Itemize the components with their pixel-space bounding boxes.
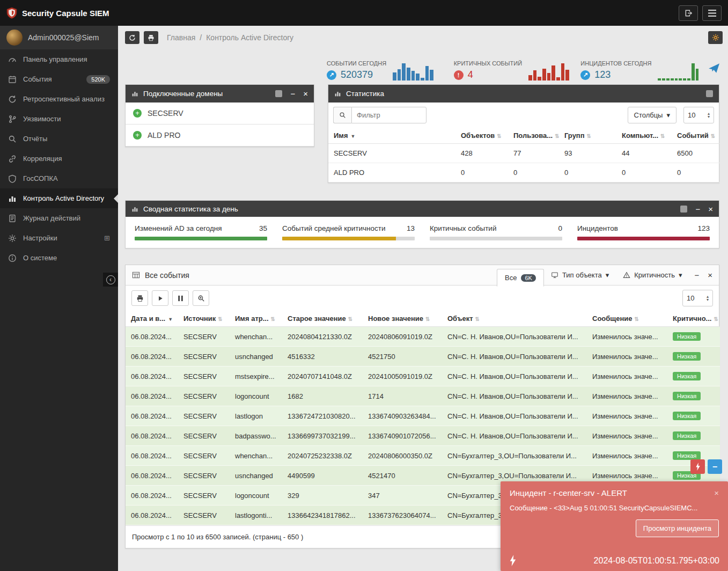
event-object[interactable]: CN=С. Н. Иванов,OU=Пользователи И... [442, 327, 587, 347]
event-attr[interactable]: usnchanged [230, 347, 282, 367]
stats-row[interactable]: ALD PRO 0 0 0 0 0 [328, 163, 720, 182]
event-row[interactable]: 06.08.2024... SECSERV usnchanged 4516332… [126, 347, 720, 367]
panel-expand-button[interactable] [706, 90, 713, 97]
zoom-search-button[interactable] [193, 290, 209, 306]
event-row[interactable]: 06.08.2024... SECSERV mstsexpire... 2024… [126, 367, 720, 386]
sidebar-item-settings[interactable]: Настройки ⊞ [0, 228, 118, 248]
user-profile[interactable]: Admin000025@Siem [0, 26, 118, 49]
event-object[interactable]: CN=Бухгалтер_3,OU=Пользователи И... [442, 446, 587, 466]
stats-page-size-select[interactable]: 10 ▴▾ [683, 107, 714, 123]
tab-all-events[interactable]: Все 6K [497, 269, 544, 287]
event-date[interactable]: 06.08.2024... [126, 466, 178, 486]
event-attr[interactable]: lastlogon [230, 406, 282, 426]
pause-button[interactable] [172, 290, 189, 306]
event-date[interactable]: 06.08.2024... [126, 367, 178, 386]
view-incident-button[interactable]: Просмотр инцидента [636, 519, 719, 537]
panel-close-button[interactable]: × [708, 270, 712, 280]
event-object[interactable]: CN=С. Н. Иванов,OU=Пользователи И... [442, 406, 587, 426]
domain-link[interactable]: SECSERV [328, 144, 455, 163]
event-row[interactable]: 06.08.2024... SECSERV logoncount 1682 17… [126, 386, 720, 406]
sidebar-item-events[interactable]: События 520K [0, 69, 118, 89]
col-object[interactable]: Объект⇅ [442, 311, 587, 327]
col-source[interactable]: Источник⇅ [178, 311, 230, 327]
filter-search-button[interactable] [333, 107, 351, 123]
event-attr[interactable]: whenchan... [230, 446, 282, 466]
event-object[interactable]: CN=С. Н. Иванов,OU=Пользователи И... [442, 426, 587, 446]
event-date[interactable]: 06.08.2024... [126, 506, 178, 525]
col-old-value[interactable]: Старое значение⇅ [282, 311, 363, 327]
event-attr[interactable]: lastlogonti... [230, 506, 282, 525]
refresh-page-button[interactable] [125, 31, 139, 44]
event-attr[interactable]: logoncount [230, 486, 282, 506]
events-page-size-select[interactable]: 10 ▴▾ [682, 290, 713, 306]
panel-minimize-button[interactable]: − [694, 270, 699, 280]
event-row[interactable]: 06.08.2024... SECSERV whenchan... 202408… [126, 327, 720, 347]
send-report-button[interactable] [708, 63, 722, 74]
panel-expand-button[interactable] [680, 206, 687, 213]
event-date[interactable]: 06.08.2024... [126, 327, 178, 347]
logout-button[interactable] [679, 5, 698, 21]
col-severity[interactable]: Критично...⇅ [667, 311, 720, 327]
notification-close-icon[interactable]: × [714, 488, 719, 497]
tab-object-type[interactable]: Тип объекта ▾ [544, 271, 616, 279]
col-groups[interactable]: Групп⇅ [559, 128, 616, 144]
panel-minimize-button[interactable]: − [695, 205, 700, 213]
panel-expand-button[interactable] [275, 90, 282, 97]
event-attr[interactable]: badpasswo... [230, 426, 282, 446]
col-users[interactable]: Пользова...⇅ [508, 128, 559, 144]
col-events[interactable]: Событий⇅ [672, 128, 720, 144]
print-events-button[interactable] [131, 290, 148, 306]
event-object[interactable]: CN=С. Н. Иванов,OU=Пользователи И... [442, 347, 587, 367]
event-row[interactable]: 06.08.2024... SECSERV badpasswo... 13366… [126, 426, 720, 446]
sidebar-item-ad-control[interactable]: Контроль Active Directory [0, 188, 118, 208]
event-object[interactable]: CN=С. Н. Иванов,OU=Пользователи И... [442, 367, 587, 386]
sidebar-item-retrospective[interactable]: Ретроспективный анализ [0, 89, 118, 109]
event-date[interactable]: 06.08.2024... [126, 406, 178, 426]
panel-close-button[interactable]: × [303, 90, 308, 98]
sidebar-collapse-button[interactable]: ‹ [103, 273, 118, 287]
incident-alert-button[interactable] [690, 459, 705, 474]
col-objects[interactable]: Объектов⇅ [455, 128, 508, 144]
col-attr-name[interactable]: Имя атр...⇅ [230, 311, 282, 327]
sidebar-item-gossopka[interactable]: ГосСОПКА [0, 169, 118, 188]
event-date[interactable]: 06.08.2024... [126, 386, 178, 406]
minimize-alerts-button[interactable]: − [708, 459, 722, 474]
columns-button[interactable]: Столбцы ▾ [628, 107, 677, 123]
sidebar-item-about[interactable]: О системе [0, 248, 118, 268]
event-row[interactable]: 06.08.2024... SECSERV whenchan... 202407… [126, 446, 720, 466]
sidebar-item-vulnerabilities[interactable]: Уязвимости [0, 109, 118, 129]
col-name[interactable]: Имя▼ [328, 128, 455, 144]
page-settings-button[interactable] [708, 31, 723, 44]
play-button[interactable] [152, 290, 168, 306]
event-row[interactable]: 06.08.2024... SECSERV lastlogon 13367247… [126, 406, 720, 426]
col-datetime[interactable]: Дата и в...▼ [126, 311, 178, 327]
print-page-button[interactable] [144, 31, 158, 44]
sidebar-item-dashboard[interactable]: Панель управления [0, 49, 118, 69]
event-attr[interactable]: mstsexpire... [230, 367, 282, 386]
stats-row[interactable]: SECSERV 428 77 93 44 6500 [328, 144, 720, 163]
tab-severity[interactable]: Критичность ▾ [616, 271, 689, 279]
event-attr[interactable]: usnchanged [230, 466, 282, 486]
domain-item-aldpro[interactable]: + ALD PRO [126, 125, 314, 147]
col-new-value[interactable]: Новое значение⇅ [363, 311, 442, 327]
filter-input[interactable] [351, 107, 426, 123]
panel-close-button[interactable]: × [708, 205, 713, 213]
domain-item-secserv[interactable]: + SECSERV [126, 103, 314, 125]
event-attr[interactable]: logoncount [230, 386, 282, 406]
col-computers[interactable]: Компьют...⇅ [616, 128, 672, 144]
event-object[interactable]: CN=С. Н. Иванов,OU=Пользователи И... [442, 386, 587, 406]
sidebar-item-correlation[interactable]: Корреляция [0, 149, 118, 169]
sidebar-item-reports[interactable]: Отчёты [0, 129, 118, 149]
settings-expand-icon[interactable]: ⊞ [104, 234, 110, 242]
sidebar-item-action-log[interactable]: Журнал действий [0, 208, 118, 228]
event-date[interactable]: 06.08.2024... [126, 486, 178, 506]
event-date[interactable]: 06.08.2024... [126, 426, 178, 446]
event-date[interactable]: 06.08.2024... [126, 347, 178, 367]
event-attr[interactable]: whenchan... [230, 327, 282, 347]
menu-button[interactable] [702, 5, 722, 21]
event-date[interactable]: 06.08.2024... [126, 446, 178, 466]
domain-link[interactable]: ALD PRO [328, 163, 455, 182]
panel-minimize-button[interactable]: − [290, 90, 295, 98]
breadcrumb-home[interactable]: Главная [167, 33, 195, 42]
col-message[interactable]: Сообщение⇅ [587, 311, 667, 327]
